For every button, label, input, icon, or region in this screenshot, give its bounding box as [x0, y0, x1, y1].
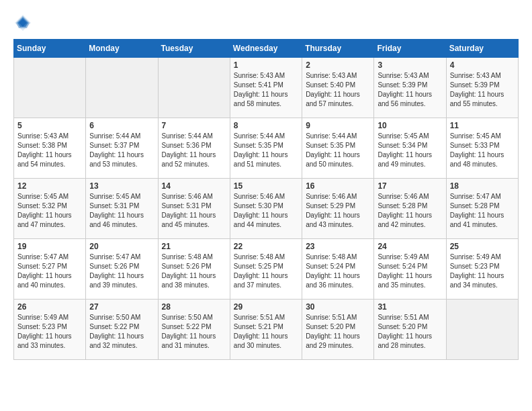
calendar-cell: 24Sunrise: 5:49 AM Sunset: 5:24 PM Dayli… — [374, 239, 446, 300]
day-number: 1 — [234, 60, 298, 70]
calendar-cell — [86, 58, 158, 118]
day-header-monday: Monday — [86, 40, 158, 58]
day-header-tuesday: Tuesday — [158, 40, 230, 58]
day-number: 7 — [162, 121, 226, 130]
day-header-friday: Friday — [374, 40, 446, 58]
day-number: 21 — [162, 242, 226, 251]
day-info: Sunrise: 5:49 AM Sunset: 5:23 PM Dayligh… — [17, 313, 82, 351]
day-info: Sunrise: 5:46 AM Sunset: 5:29 PM Dayligh… — [306, 192, 370, 230]
day-number: 24 — [378, 242, 442, 251]
logo-icon — [13, 13, 32, 32]
day-info: Sunrise: 5:47 AM Sunset: 5:26 PM Dayligh… — [89, 253, 154, 290]
header-row: SundayMondayTuesdayWednesdayThursdayFrid… — [14, 40, 519, 58]
calendar-cell: 9Sunrise: 5:44 AM Sunset: 5:35 PM Daylig… — [302, 118, 374, 179]
day-header-wednesday: Wednesday — [230, 40, 302, 58]
day-number: 2 — [306, 60, 370, 70]
day-info: Sunrise: 5:43 AM Sunset: 5:40 PM Dayligh… — [306, 71, 370, 109]
calendar-cell: 6Sunrise: 5:44 AM Sunset: 5:37 PM Daylig… — [86, 118, 158, 179]
day-number: 13 — [89, 181, 154, 191]
day-info: Sunrise: 5:45 AM Sunset: 5:32 PM Dayligh… — [17, 192, 82, 230]
calendar-cell: 28Sunrise: 5:50 AM Sunset: 5:22 PM Dayli… — [158, 300, 230, 360]
calendar-cell: 31Sunrise: 5:51 AM Sunset: 5:20 PM Dayli… — [374, 300, 446, 360]
calendar-cell: 26Sunrise: 5:49 AM Sunset: 5:23 PM Dayli… — [14, 300, 86, 360]
day-number: 29 — [234, 302, 298, 312]
day-info: Sunrise: 5:44 AM Sunset: 5:35 PM Dayligh… — [234, 132, 298, 169]
day-number: 15 — [234, 181, 298, 191]
day-number: 23 — [306, 242, 370, 251]
calendar-cell: 2Sunrise: 5:43 AM Sunset: 5:40 PM Daylig… — [302, 58, 374, 118]
day-number: 3 — [378, 60, 442, 70]
day-number: 14 — [162, 181, 226, 191]
calendar-cell — [446, 300, 518, 360]
day-number: 30 — [306, 302, 370, 312]
calendar-cell: 30Sunrise: 5:51 AM Sunset: 5:20 PM Dayli… — [302, 300, 374, 360]
day-number: 8 — [234, 121, 298, 130]
week-row-3: 12Sunrise: 5:45 AM Sunset: 5:32 PM Dayli… — [14, 179, 519, 239]
day-number: 4 — [450, 60, 515, 70]
day-info: Sunrise: 5:48 AM Sunset: 5:25 PM Dayligh… — [234, 253, 298, 290]
day-number: 5 — [17, 121, 82, 130]
day-info: Sunrise: 5:49 AM Sunset: 5:23 PM Dayligh… — [450, 253, 515, 290]
day-info: Sunrise: 5:51 AM Sunset: 5:20 PM Dayligh… — [306, 313, 370, 351]
day-header-saturday: Saturday — [446, 40, 518, 58]
day-number: 26 — [17, 302, 82, 312]
calendar-cell: 13Sunrise: 5:45 AM Sunset: 5:31 PM Dayli… — [86, 179, 158, 239]
calendar-cell: 8Sunrise: 5:44 AM Sunset: 5:35 PM Daylig… — [230, 118, 302, 179]
day-number: 19 — [17, 242, 82, 251]
day-info: Sunrise: 5:45 AM Sunset: 5:31 PM Dayligh… — [89, 192, 154, 230]
calendar-cell: 27Sunrise: 5:50 AM Sunset: 5:22 PM Dayli… — [86, 300, 158, 360]
day-number: 11 — [450, 121, 515, 130]
day-info: Sunrise: 5:44 AM Sunset: 5:35 PM Dayligh… — [306, 132, 370, 169]
day-number: 12 — [17, 181, 82, 191]
day-number: 25 — [450, 242, 515, 251]
day-number: 27 — [89, 302, 154, 312]
day-info: Sunrise: 5:50 AM Sunset: 5:22 PM Dayligh… — [162, 313, 226, 351]
day-info: Sunrise: 5:47 AM Sunset: 5:27 PM Dayligh… — [17, 253, 82, 290]
calendar-cell: 19Sunrise: 5:47 AM Sunset: 5:27 PM Dayli… — [14, 239, 86, 300]
calendar-cell: 11Sunrise: 5:45 AM Sunset: 5:33 PM Dayli… — [446, 118, 518, 179]
calendar-cell — [158, 58, 230, 118]
week-row-2: 5Sunrise: 5:43 AM Sunset: 5:38 PM Daylig… — [14, 118, 519, 179]
day-number: 22 — [234, 242, 298, 251]
calendar-cell: 10Sunrise: 5:45 AM Sunset: 5:34 PM Dayli… — [374, 118, 446, 179]
calendar-cell: 1Sunrise: 5:43 AM Sunset: 5:41 PM Daylig… — [230, 58, 302, 118]
day-number: 16 — [306, 181, 370, 191]
calendar-cell: 29Sunrise: 5:51 AM Sunset: 5:21 PM Dayli… — [230, 300, 302, 360]
calendar-cell: 15Sunrise: 5:46 AM Sunset: 5:30 PM Dayli… — [230, 179, 302, 239]
day-info: Sunrise: 5:43 AM Sunset: 5:41 PM Dayligh… — [234, 71, 298, 109]
day-info: Sunrise: 5:44 AM Sunset: 5:36 PM Dayligh… — [162, 132, 226, 169]
day-number: 17 — [378, 181, 442, 191]
day-info: Sunrise: 5:51 AM Sunset: 5:21 PM Dayligh… — [234, 313, 298, 351]
day-header-thursday: Thursday — [302, 40, 374, 58]
day-info: Sunrise: 5:45 AM Sunset: 5:33 PM Dayligh… — [450, 132, 515, 169]
week-row-4: 19Sunrise: 5:47 AM Sunset: 5:27 PM Dayli… — [14, 239, 519, 300]
header — [13, 13, 519, 32]
calendar-cell: 4Sunrise: 5:43 AM Sunset: 5:39 PM Daylig… — [446, 58, 518, 118]
calendar-cell: 18Sunrise: 5:47 AM Sunset: 5:28 PM Dayli… — [446, 179, 518, 239]
calendar-cell: 14Sunrise: 5:46 AM Sunset: 5:31 PM Dayli… — [158, 179, 230, 239]
day-number: 18 — [450, 181, 515, 191]
calendar-cell: 12Sunrise: 5:45 AM Sunset: 5:32 PM Dayli… — [14, 179, 86, 239]
day-header-sunday: Sunday — [14, 40, 86, 58]
day-info: Sunrise: 5:46 AM Sunset: 5:31 PM Dayligh… — [162, 192, 226, 230]
day-info: Sunrise: 5:46 AM Sunset: 5:30 PM Dayligh… — [234, 192, 298, 230]
calendar-cell: 20Sunrise: 5:47 AM Sunset: 5:26 PM Dayli… — [86, 239, 158, 300]
calendar-cell: 21Sunrise: 5:48 AM Sunset: 5:26 PM Dayli… — [158, 239, 230, 300]
calendar-cell: 3Sunrise: 5:43 AM Sunset: 5:39 PM Daylig… — [374, 58, 446, 118]
day-number: 10 — [378, 121, 442, 130]
day-info: Sunrise: 5:51 AM Sunset: 5:20 PM Dayligh… — [378, 313, 442, 351]
calendar-table: SundayMondayTuesdayWednesdayThursdayFrid… — [13, 39, 519, 360]
day-info: Sunrise: 5:45 AM Sunset: 5:34 PM Dayligh… — [378, 132, 442, 169]
day-info: Sunrise: 5:43 AM Sunset: 5:38 PM Dayligh… — [17, 132, 82, 169]
day-info: Sunrise: 5:46 AM Sunset: 5:28 PM Dayligh… — [378, 192, 442, 230]
calendar-cell — [14, 58, 86, 118]
calendar-cell: 25Sunrise: 5:49 AM Sunset: 5:23 PM Dayli… — [446, 239, 518, 300]
day-number: 6 — [89, 121, 154, 130]
day-info: Sunrise: 5:44 AM Sunset: 5:37 PM Dayligh… — [89, 132, 154, 169]
calendar-cell: 22Sunrise: 5:48 AM Sunset: 5:25 PM Dayli… — [230, 239, 302, 300]
day-info: Sunrise: 5:49 AM Sunset: 5:24 PM Dayligh… — [378, 253, 442, 290]
week-row-5: 26Sunrise: 5:49 AM Sunset: 5:23 PM Dayli… — [14, 300, 519, 360]
day-number: 20 — [89, 242, 154, 251]
day-number: 9 — [306, 121, 370, 130]
day-number: 31 — [378, 302, 442, 312]
